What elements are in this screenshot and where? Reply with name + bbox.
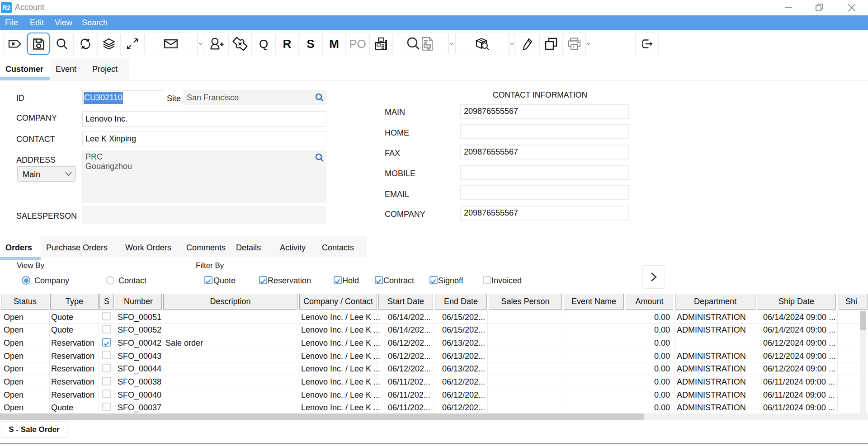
svg-text:E: E bbox=[573, 45, 576, 49]
